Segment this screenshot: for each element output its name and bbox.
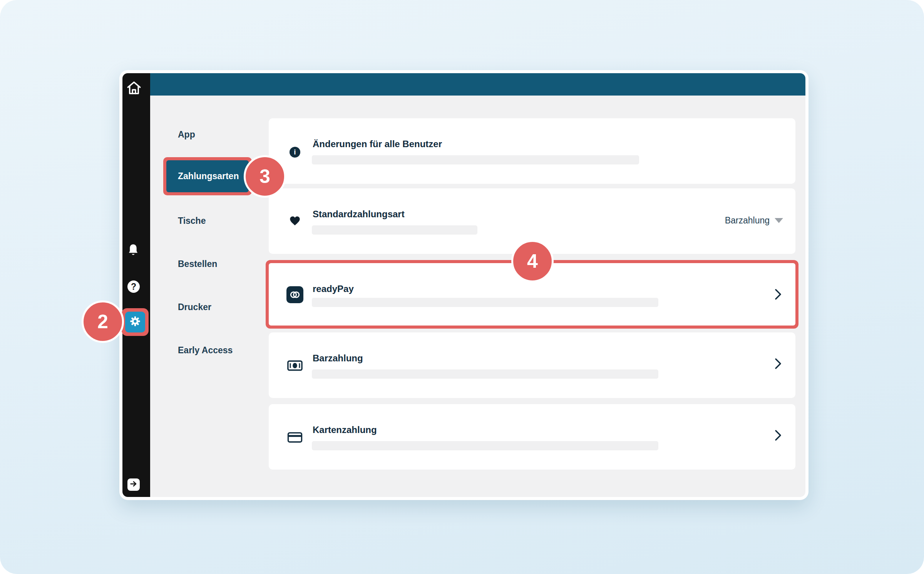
nav-item-drucker[interactable]: Drucker bbox=[178, 301, 211, 313]
notifications-button[interactable] bbox=[126, 243, 140, 259]
chevron-right-icon[interactable] bbox=[774, 288, 782, 301]
caret-down-icon bbox=[775, 218, 783, 223]
readypay-icon bbox=[286, 286, 303, 303]
help-button[interactable]: ? bbox=[127, 280, 140, 293]
callout-number: 2 bbox=[97, 310, 108, 333]
callout-step-2: 2 bbox=[82, 300, 124, 343]
heart-icon bbox=[288, 214, 301, 228]
nav-zahlungsarten-highlight: Zahlungsarten bbox=[163, 157, 252, 195]
nav-item-label: Early Access bbox=[178, 345, 233, 356]
nav-item-app[interactable]: App bbox=[178, 129, 195, 140]
info-icon: i bbox=[290, 147, 300, 158]
home-icon bbox=[126, 80, 142, 97]
callout-step-3: 3 bbox=[244, 155, 286, 198]
help-icon: ? bbox=[127, 280, 140, 293]
chevron-right-icon[interactable] bbox=[774, 429, 782, 442]
nav-item-bestellen[interactable]: Bestellen bbox=[178, 258, 217, 270]
credit-card-icon bbox=[287, 431, 303, 445]
card-title: Änderungen für alle Benutzer bbox=[313, 139, 442, 149]
placeholder-text-bar bbox=[312, 441, 658, 450]
placeholder-text-bar bbox=[312, 225, 477, 235]
logout-icon bbox=[129, 480, 138, 490]
nav-item-label: App bbox=[178, 129, 195, 140]
placeholder-text-bar bbox=[312, 155, 639, 164]
gear-icon bbox=[129, 315, 141, 329]
nav-item-early-access[interactable]: Early Access bbox=[178, 344, 233, 356]
nav-item-label: Drucker bbox=[178, 302, 211, 312]
card-title: readyPay bbox=[313, 284, 354, 294]
top-header-bar bbox=[150, 73, 805, 96]
default-payment-dropdown[interactable]: Barzahlung bbox=[725, 215, 783, 226]
nav-item-label: Tische bbox=[178, 216, 206, 226]
placeholder-text-bar bbox=[312, 369, 658, 379]
placeholder-text-bar bbox=[312, 298, 658, 307]
cash-icon bbox=[286, 358, 303, 374]
logout-button[interactable] bbox=[127, 478, 140, 491]
callout-step-4: 4 bbox=[511, 240, 554, 282]
settings-gear-highlight bbox=[122, 308, 149, 336]
nav-item-tische[interactable]: Tische bbox=[178, 215, 206, 227]
card-title: Barzahlung bbox=[313, 353, 363, 364]
chevron-right-icon[interactable] bbox=[774, 357, 782, 370]
nav-item-label: Bestellen bbox=[178, 259, 217, 269]
card-title: Standardzahlungsart bbox=[313, 209, 405, 220]
bell-icon bbox=[126, 243, 140, 260]
card-kartenzahlung[interactable]: Kartenzahlung bbox=[269, 404, 795, 470]
nav-item-label: Zahlungsarten bbox=[178, 171, 239, 181]
card-title: Kartenzahlung bbox=[313, 425, 377, 435]
card-barzahlung[interactable]: Barzahlung bbox=[269, 332, 795, 398]
nav-item-zahlungsarten[interactable]: Zahlungsarten bbox=[166, 160, 249, 192]
dropdown-selected-value: Barzahlung bbox=[725, 215, 770, 226]
callout-number: 3 bbox=[259, 165, 270, 188]
card-changes-all-users: i Änderungen für alle Benutzer bbox=[269, 118, 795, 184]
page-background: ? bbox=[0, 0, 924, 574]
home-button[interactable] bbox=[126, 81, 142, 97]
callout-number: 4 bbox=[527, 250, 538, 272]
settings-button[interactable] bbox=[125, 312, 145, 332]
